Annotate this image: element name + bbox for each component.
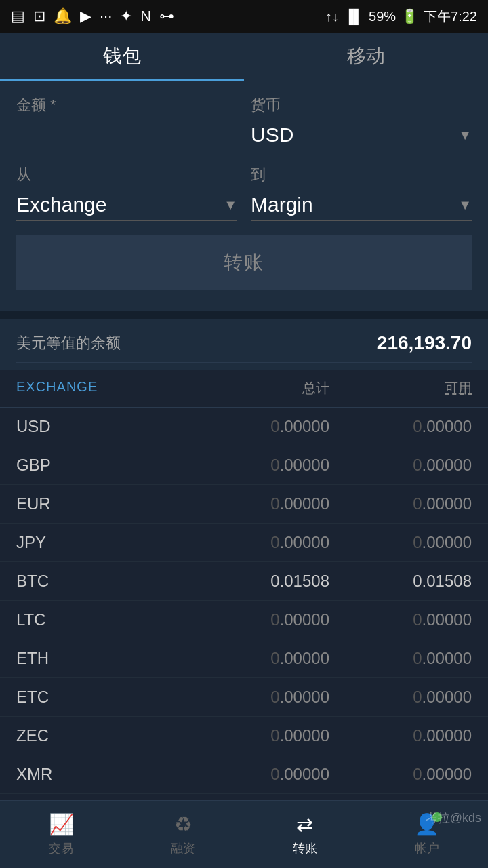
cell-available: 0.00000: [329, 726, 472, 745]
col-available-header: 可用: [329, 379, 472, 397]
cell-currency: XMR: [16, 765, 187, 784]
cell-total: 0.00000: [187, 494, 329, 513]
funding-icon: ♻: [174, 812, 192, 836]
table-row: XMR 0.00000 0.00000: [0, 755, 488, 794]
app-icon: ⊡: [33, 7, 45, 25]
cell-available: 0.00000: [329, 688, 472, 707]
cell-total: 0.00000: [187, 456, 329, 475]
amount-group: 金额 *: [16, 95, 237, 151]
currency-select[interactable]: USD ▼: [251, 119, 472, 151]
table-row: ETC 0.00000 0.00000: [0, 678, 488, 717]
balance-section: 美元等值的余额 216,193.70: [0, 319, 488, 370]
battery-icon: 🔋: [401, 8, 418, 24]
key-icon: ⊶: [159, 7, 174, 25]
cell-currency: ETC: [16, 688, 187, 707]
table-row: JPY 0.00000 0.00000: [0, 524, 488, 562]
trade-icon: 📈: [49, 812, 74, 836]
tab-move[interactable]: 移动: [244, 33, 488, 81]
cell-currency: LTC: [16, 610, 187, 629]
dots-icon: ···: [100, 7, 112, 25]
table-row: LTC 0.00000 0.00000: [0, 601, 488, 639]
cell-total: 0.00000: [187, 765, 329, 784]
nav-trade[interactable]: 📈 交易: [49, 812, 74, 856]
watermark: 考拉@kds: [426, 810, 481, 826]
amount-input[interactable]: [16, 119, 237, 149]
balance-label: 美元等值的余额: [16, 333, 121, 353]
cell-currency: USD: [16, 417, 187, 436]
cell-currency: ETH: [16, 649, 187, 668]
signal-icon: ▐▌: [344, 9, 363, 24]
cell-total: 0.00000: [187, 649, 329, 668]
table-row: ZEC 0.00000 0.00000: [0, 717, 488, 755]
transfer-label: 转账: [293, 840, 317, 856]
cell-currency: EUR: [16, 494, 187, 513]
from-value: Exchange: [16, 193, 106, 216]
cell-currency: GBP: [16, 456, 187, 475]
cell-available: 0.00000: [329, 533, 472, 552]
to-select[interactable]: Margin ▼: [251, 189, 472, 221]
table-row: ETH 0.00000 0.00000: [0, 639, 488, 678]
from-group: 从 Exchange ▼: [16, 165, 237, 221]
from-select[interactable]: Exchange ▼: [16, 189, 237, 221]
transfer-btn-wrap: 转账: [16, 235, 472, 290]
balance-value: 216,193.70: [377, 332, 472, 354]
cell-total: 0.00000: [187, 726, 329, 745]
to-value: Margin: [251, 193, 313, 216]
table-row: GBP 0.00000 0.00000: [0, 446, 488, 485]
from-to-row: 从 Exchange ▼ 到 Margin ▼: [16, 165, 472, 221]
from-label: 从: [16, 165, 237, 185]
time-display: 下午7:22: [424, 7, 477, 26]
lte-icon: ↑↓: [325, 9, 339, 24]
transfer-icon: ⇄: [296, 812, 313, 836]
table-header: EXCHANGE 总计 可用: [0, 370, 488, 408]
transfer-button[interactable]: 转账: [16, 235, 472, 290]
funding-label: 融资: [171, 840, 195, 856]
to-group: 到 Margin ▼: [251, 165, 472, 221]
transfer-form: 金额 * 货币 USD ▼ 从 Exchange ▼ 到 Margin ▼: [0, 81, 488, 311]
cell-total: 0.01508: [187, 572, 329, 591]
currency-group: 货币 USD ▼: [251, 95, 472, 151]
from-dropdown-arrow: ▼: [224, 197, 237, 213]
battery-text: 59%: [369, 9, 396, 24]
cell-available: 0.00000: [329, 417, 472, 436]
exchange-table: EXCHANGE 总计 可用 USD 0.00000 0.00000 GBP 0…: [0, 370, 488, 868]
cell-available: 0.00000: [329, 765, 472, 784]
send-icon: ▶: [80, 7, 92, 25]
nav-transfer[interactable]: ⇄ 转账: [293, 812, 317, 856]
cell-available: 0.00000: [329, 456, 472, 475]
trade-label: 交易: [49, 840, 73, 856]
table-row: BTC 0.01508 0.01508: [0, 562, 488, 601]
table-row: EUR 0.00000 0.00000: [0, 485, 488, 524]
currency-dropdown-arrow: ▼: [458, 127, 472, 143]
col-currency-header: EXCHANGE: [16, 379, 187, 397]
to-label: 到: [251, 165, 472, 185]
cell-total: 0.00000: [187, 533, 329, 552]
to-dropdown-arrow: ▼: [458, 197, 472, 213]
nav-funding[interactable]: ♻ 融资: [171, 812, 195, 856]
table-body: USD 0.00000 0.00000 GBP 0.00000 0.00000 …: [0, 408, 488, 868]
balance-row: 美元等值的余额 216,193.70: [16, 332, 472, 363]
bluetooth-icon: ✦: [120, 7, 132, 25]
cell-available: 0.01508: [329, 572, 472, 591]
status-left: ▤ ⊡ 🔔 ▶ ··· ✦ N ⊶: [11, 7, 174, 25]
cell-total: 0.00000: [187, 610, 329, 629]
cell-currency: ZEC: [16, 726, 187, 745]
cell-currency: BTC: [16, 572, 187, 591]
cell-available: 0.00000: [329, 610, 472, 629]
notification-icon: ▤: [11, 7, 25, 25]
bell-icon: 🔔: [54, 7, 72, 25]
cell-total: 0.00000: [187, 417, 329, 436]
section-divider: [0, 311, 488, 319]
tab-wallet[interactable]: 钱包: [0, 33, 244, 81]
cell-total: 0.00000: [187, 688, 329, 707]
currency-value: USD: [251, 123, 293, 146]
status-bar: ▤ ⊡ 🔔 ▶ ··· ✦ N ⊶ ↑↓ ▐▌ 59% 🔋 下午7:22: [0, 0, 488, 33]
cell-currency: JPY: [16, 533, 187, 552]
top-tab-bar: 钱包 移动: [0, 33, 488, 81]
cell-available: 0.00000: [329, 494, 472, 513]
amount-label: 金额 *: [16, 95, 237, 115]
bottom-nav: 📈 交易 ♻ 融资 ⇄ 转账 👤 帐户: [0, 800, 488, 868]
account-label: 帐户: [415, 840, 439, 856]
cell-available: 0.00000: [329, 649, 472, 668]
amount-currency-row: 金额 * 货币 USD ▼: [16, 95, 472, 151]
